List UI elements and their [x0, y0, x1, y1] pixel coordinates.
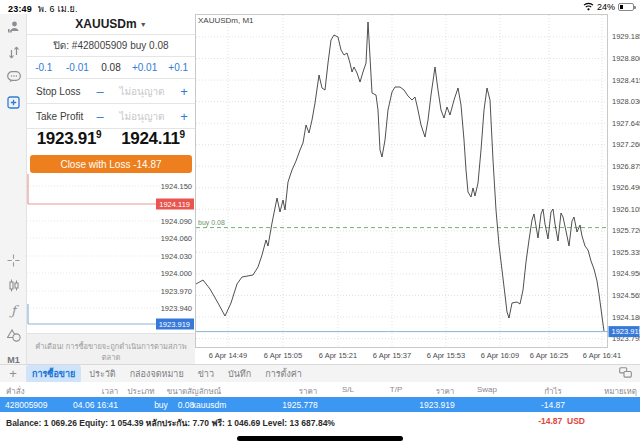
home-indicator[interactable] [237, 436, 403, 441]
battery-percent: 24% [597, 2, 615, 12]
price-axis-label: 1924.180 [612, 313, 640, 322]
ask-price: 1924.119 [111, 129, 195, 153]
tick-price-label: 1924.060 [161, 234, 192, 243]
table-row-cell: 428005909 [5, 400, 48, 410]
volume-dec-small[interactable]: -0.01 [61, 62, 95, 73]
tick-chart: 1924.1501924.0901924.0601924.0301924.000… [27, 172, 195, 333]
tick-price-label: 1923.970 [161, 287, 192, 296]
tick-price-label: 1924.000 [161, 269, 192, 278]
tick-price-label: 1924.090 [161, 217, 192, 226]
price-axis-label: 1924.950 [612, 269, 640, 278]
take-profit-field[interactable]: ไม่อนุญาต [111, 109, 173, 124]
tab-3[interactable]: ข่าว [192, 365, 220, 383]
objects-icon[interactable] [0, 325, 27, 345]
tab-4[interactable]: บันทึก [222, 365, 257, 383]
stop-loss-plus[interactable]: + [173, 84, 195, 99]
close-position-button[interactable]: Close with Loss -14.87 [30, 155, 192, 173]
price-axis-label: 1928.800 [612, 54, 640, 63]
stop-loss-row: Stop Loss – ไม่อนุญาต + [27, 79, 195, 104]
price-axis-label: 1926.490 [612, 183, 640, 192]
tab-5[interactable]: การตั้งค่า [259, 365, 308, 383]
crosshair-icon[interactable] [0, 250, 27, 270]
tick-price-label: 1924.030 [161, 252, 192, 261]
price-chart[interactable]: buy 0.081929.1851928.8001928.4151928.030… [195, 14, 640, 364]
bid-ask-prices: 1923.919 1924.119 [27, 129, 195, 153]
time-axis-label: 6 Apr 16:41 [583, 351, 621, 360]
volume-inc-big[interactable]: +0.1 [161, 62, 195, 73]
position-row[interactable]: 42800590904.06 16:41buy0.08xauusdm1925.7… [0, 397, 640, 412]
price-axis-label: 1925.720 [612, 226, 640, 235]
add-tab-icon[interactable]: + [0, 366, 26, 381]
price-axis-label: 1928.030 [612, 97, 640, 106]
take-profit-plus[interactable]: + [173, 109, 195, 124]
date-text: พ. 6 เม.ย. [38, 4, 78, 14]
symbol-name: XAUUSDm [75, 17, 136, 31]
chart-panel[interactable]: buy 0.081929.1851928.8001928.4151928.030… [195, 14, 640, 364]
status-bar: 23:49พ. 6 เม.ย. 24% [0, 0, 640, 14]
table-row-cell: xauusdm [192, 400, 227, 410]
table-header-cell: T/P [390, 385, 402, 394]
bid-price: 1923.919 [27, 129, 111, 153]
tick-price-badge-text: 1923.919 [159, 320, 190, 329]
chat-icon[interactable] [0, 67, 27, 87]
price-axis-label: 1926.875 [612, 162, 640, 171]
sort-arrows-icon[interactable] [0, 42, 27, 62]
volume-stepper: -0.1 -0.01 0.08 +0.01 +0.1 [27, 57, 195, 79]
indicator-icon[interactable]: ƒ [0, 300, 27, 320]
stop-loss-field[interactable]: ไม่อนุญาต [111, 84, 173, 99]
take-profit-label: Take Profit [27, 111, 89, 122]
plot-border [196, 15, 608, 348]
window-layout-icon[interactable] [619, 367, 632, 380]
price-axis-label: 1924.565 [612, 291, 640, 300]
price-axis-label: 1925.335 [612, 248, 640, 257]
tab-0[interactable]: การซื้อขาย [26, 365, 81, 383]
table-row-cell: buy [154, 400, 168, 410]
table-header-cell: Swap [477, 385, 497, 394]
account-icon[interactable] [0, 17, 27, 37]
position-open-label: buy 0.08 [198, 219, 225, 227]
take-profit-row: Take Profit – ไม่อนุญาต + [27, 104, 195, 129]
bottom-tab-bar: + การซื้อขายประวัติกล่องจดหมายข่าวบันทึก… [0, 364, 640, 382]
position-summary: ปิด: #428005909 buy 0.08 [27, 35, 195, 57]
trade-panel: XAUUSDm ▼ ปิด: #428005909 buy 0.08 -0.1 … [27, 14, 195, 364]
time-axis-label: 6 Apr 15:53 [427, 351, 465, 360]
positions-table-header: คำสั่งเวลาประเภทขนาดสัญลักษณ์ราคาS/LT/Pร… [0, 382, 640, 397]
tab-1[interactable]: ประวัติ [83, 365, 121, 383]
total-profit: -14.87 USD [538, 416, 585, 426]
tick-price-label: 1924.150 [161, 182, 192, 191]
tick-price-badge-text: 1924.119 [159, 200, 190, 209]
battery-icon [618, 3, 634, 11]
table-header-cell: S/L [342, 385, 354, 394]
time-axis-label: 6 Apr 15:21 [319, 351, 357, 360]
volume-value[interactable]: 0.08 [94, 62, 128, 73]
time-axis-label: 6 Apr 16:09 [481, 351, 519, 360]
symbol-selector[interactable]: XAUUSDm ▼ [27, 14, 195, 35]
new-order-icon[interactable] [0, 92, 27, 112]
bid-axis-badge-text: 1923.919 [612, 327, 640, 336]
volume-inc-small[interactable]: +0.01 [128, 62, 162, 73]
time-axis-label: 6 Apr 15:05 [264, 351, 302, 360]
table-row-cell: -14.87 [541, 400, 565, 410]
time-axis-label: 6 Apr 16:25 [530, 351, 568, 360]
price-axis-label: 1928.415 [612, 76, 640, 85]
clock-text: 23:49 [8, 4, 32, 14]
table-row-cell: 1923.919 [419, 400, 454, 410]
volume-dec-big[interactable]: -0.1 [27, 62, 61, 73]
price-axis-label: 1927.645 [612, 119, 640, 128]
tick-price-label: 1923.940 [161, 304, 192, 313]
left-toolbar: ƒ M1 + [0, 14, 27, 364]
chevron-down-icon: ▼ [140, 21, 147, 28]
time-axis-label: 6 Apr 14:49 [209, 351, 247, 360]
take-profit-minus[interactable]: – [89, 109, 111, 124]
tab-2[interactable]: กล่องจดหมาย [124, 365, 190, 383]
candles-icon[interactable] [0, 275, 27, 295]
table-row-cell: 04.06 16:41 [73, 400, 118, 410]
account-summary-row: Balance: 1 069.26 Equity: 1 054.39 หลักป… [0, 412, 640, 428]
account-summary-text: Balance: 1 069.26 Equity: 1 054.39 หลักป… [6, 416, 335, 430]
price-axis-label: 1927.260 [612, 140, 640, 149]
stop-loss-minus[interactable]: – [89, 84, 111, 99]
price-axis-label: 1929.185 [612, 32, 640, 41]
time-axis-label: 6 Apr 15:37 [373, 351, 411, 360]
chart-symbol-label: XAUUSDm, M1 [198, 16, 254, 25]
wifi-icon [583, 2, 594, 13]
